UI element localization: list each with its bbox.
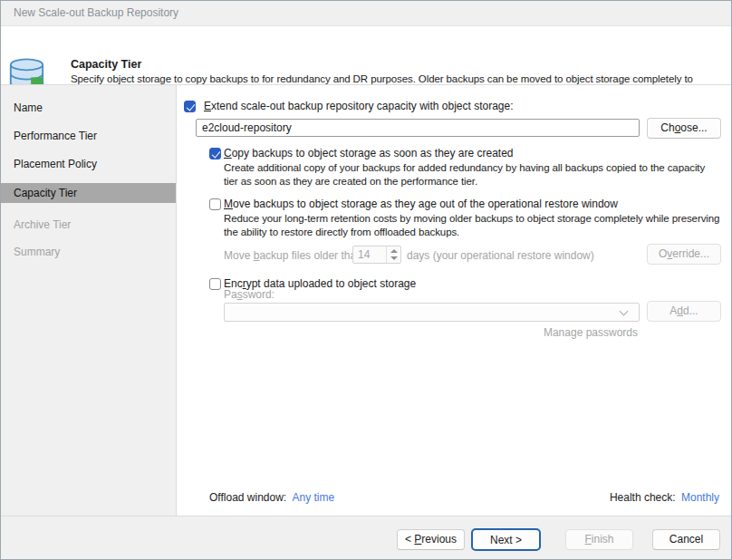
spinner-up-icon (390, 249, 398, 253)
copy-backups-checkbox[interactable] (209, 148, 221, 159)
titlebar: New Scale-out Backup Repository (1, 1, 731, 26)
encrypt-data-checkbox[interactable] (209, 278, 221, 290)
new-scale-out-backup-repository-dialog: New Scale-out Backup Repository Capacity… (0, 0, 732, 560)
move-backups-checkbox[interactable] (209, 198, 221, 210)
copy-backups-label[interactable]: Copy backups to object storage as soon a… (224, 147, 514, 160)
spinner-down-icon (390, 256, 398, 260)
move-backups-description: Reduce your long-term retention costs by… (224, 212, 720, 239)
wizard-header: Capacity Tier Specify object storage to … (1, 26, 731, 84)
next-button[interactable]: Next > (471, 528, 541, 551)
health-check-row: Health check: Monthly (610, 491, 719, 505)
copy-backups-description: Create additional copy of your backups f… (224, 161, 720, 188)
add-password-button: Add... (647, 301, 721, 322)
restore-window-suffix-label: days (your operational restore window) (407, 249, 594, 263)
move-older-than-label: Move backup files older than (224, 249, 362, 263)
days-value: 14 (358, 248, 370, 261)
days-spinner: 14 (352, 246, 401, 264)
health-check-link[interactable]: Monthly (681, 491, 719, 504)
health-check-label: Health check: (610, 491, 676, 504)
extend-capacity-label[interactable]: Extend scale-out backup repository capac… (204, 100, 514, 113)
manage-passwords-link: Manage passwords (544, 326, 638, 340)
override-button: Override... (647, 244, 721, 265)
page-title: Capacity Tier (71, 58, 141, 71)
previous-button[interactable]: < Previous (397, 529, 465, 550)
extend-capacity-checkbox[interactable] (184, 101, 196, 112)
object-storage-repository-input[interactable] (196, 119, 640, 137)
wizard-steps-sidebar: Name Performance Tier Placement Policy C… (1, 85, 176, 516)
cancel-button[interactable]: Cancel (652, 529, 720, 550)
sidebar-item-capacity-tier[interactable]: Capacity Tier (1, 183, 176, 203)
spinner-arrows (386, 246, 400, 263)
password-label: Password: (224, 288, 274, 302)
sidebar-item-summary: Summary (1, 242, 176, 262)
choose-button[interactable]: Choose... (647, 118, 721, 139)
offload-window-link[interactable]: Any time (293, 491, 335, 504)
finish-button: Finish (565, 529, 633, 550)
sidebar-item-name[interactable]: Name (1, 98, 176, 118)
window-title: New Scale-out Backup Repository (14, 1, 178, 25)
move-backups-label[interactable]: Move backups to object storage as they a… (224, 198, 618, 211)
password-combobox (224, 303, 640, 322)
chevron-down-icon (620, 307, 629, 316)
sidebar-item-placement-policy[interactable]: Placement Policy (1, 154, 176, 174)
sidebar-item-archive-tier: Archive Tier (1, 215, 176, 235)
offload-window-row: Offload window: Any time (209, 491, 334, 505)
sidebar-item-performance-tier[interactable]: Performance Tier (1, 126, 176, 146)
offload-window-label: Offload window: (209, 491, 286, 504)
